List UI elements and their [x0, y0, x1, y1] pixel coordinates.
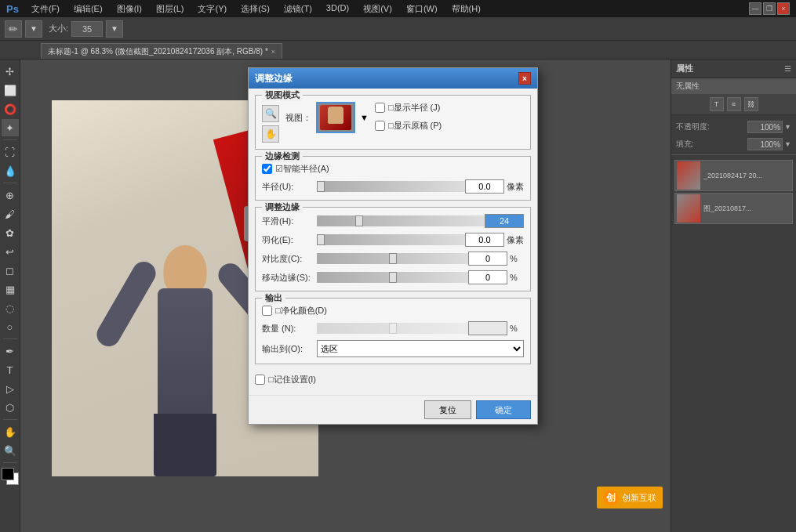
minimize-button[interactable]: —	[749, 2, 761, 15]
dialog-close-button[interactable]: ×	[518, 72, 531, 85]
separator-1	[3, 139, 17, 140]
smooth-slider[interactable]	[317, 215, 485, 226]
fill-dropdown-icon[interactable]: ▼	[784, 140, 791, 148]
eyedropper-tool[interactable]: 💧	[2, 162, 19, 179]
brush-tool[interactable]: 🖌	[2, 205, 19, 223]
dodge-tool[interactable]: ○	[2, 318, 19, 335]
document-tab[interactable]: 未标题-1 @ 68.3% (微信截图_20210824172036 副本, R…	[41, 43, 282, 59]
shift-edge-slider[interactable]	[317, 272, 468, 283]
reset-button[interactable]: 复位	[424, 400, 471, 419]
gradient-tool[interactable]: ▦	[2, 280, 19, 298]
menu-view[interactable]: 视图(V)	[360, 2, 395, 16]
healing-tool[interactable]: ⊕	[2, 186, 19, 204]
text-tool[interactable]: T	[2, 361, 19, 378]
thor-figure	[107, 163, 264, 476]
menu-window[interactable]: 窗口(W)	[403, 2, 441, 16]
move-tool[interactable]: ✢	[2, 63, 19, 80]
panel-sub-header: 无属性	[671, 78, 796, 94]
menu-text[interactable]: 文字(Y)	[194, 2, 230, 16]
layer-item-2[interactable]: 图_20210817...	[674, 193, 793, 224]
output-to-select[interactable]: 选区 图层蒙版 新建图层 新建带蒙版的图层	[317, 340, 524, 357]
view-preview-box[interactable]	[316, 102, 355, 133]
layer-thumb-2	[677, 194, 700, 223]
magic-wand-tool[interactable]: ✦	[2, 119, 19, 136]
purify-color-checkbox[interactable]	[262, 306, 272, 316]
menu-filter[interactable]: 滤镜(T)	[281, 2, 315, 16]
radius-input[interactable]: 0.0	[465, 179, 504, 194]
panel-thumbnails: _2021082417 20... 图_20210817...	[671, 157, 796, 227]
show-radius-row: □显示半径 (J)	[375, 102, 442, 114]
tab-close-btn[interactable]: ×	[271, 48, 275, 56]
layer-item-1[interactable]: _2021082417 20...	[674, 160, 793, 191]
zoom-view-btn[interactable]: 🔍	[262, 105, 279, 122]
fill-input[interactable]	[747, 138, 783, 150]
contrast-slider[interactable]	[317, 253, 468, 264]
menu-3d[interactable]: 3D(D)	[323, 2, 352, 16]
zoom-tool[interactable]: 🔍	[2, 442, 19, 459]
smart-radius-checkbox[interactable]	[262, 164, 272, 174]
purify-color-row: □净化颜色(D)	[262, 305, 524, 317]
opacity-dropdown-icon[interactable]: ▼	[784, 123, 791, 131]
opacity-label: 不透明度:	[676, 121, 710, 132]
opacity-input[interactable]	[747, 121, 783, 133]
radius-label: 半径(U):	[262, 181, 317, 193]
feather-input[interactable]: 0.0	[465, 233, 504, 247]
show-original-checkbox[interactable]	[375, 121, 385, 131]
shift-edge-input[interactable]: 0	[468, 270, 507, 284]
hand-view-btn[interactable]: ✋	[262, 125, 279, 143]
remember-checkbox[interactable]	[255, 375, 265, 385]
adjust-edge-title: 调整边缘	[262, 201, 303, 213]
amount-unit: %	[510, 324, 524, 333]
close-button[interactable]: ×	[777, 2, 790, 15]
blur-tool[interactable]: ◌	[2, 299, 19, 317]
menu-file[interactable]: 文件(F)	[28, 2, 63, 16]
menu-select[interactable]: 选择(S)	[238, 2, 273, 16]
separator-4	[3, 419, 17, 420]
marquee-tool[interactable]: ⬜	[2, 81, 19, 99]
path-select-tool[interactable]: ▷	[2, 380, 19, 397]
menu-help[interactable]: 帮助(H)	[449, 2, 484, 16]
history-brush-tool[interactable]: ↩	[2, 243, 19, 260]
clone-stamp-tool[interactable]: ✿	[2, 224, 19, 241]
remember-label: □记住设置(I)	[268, 374, 316, 385]
panel-icon-t[interactable]: T	[710, 97, 724, 111]
crop-tool[interactable]: ⛶	[2, 143, 19, 161]
feather-slider[interactable]	[317, 234, 465, 245]
lasso-tool[interactable]: ⭕	[2, 100, 19, 118]
radius-slider[interactable]	[317, 181, 465, 192]
title-bar: Ps 文件(F) 编辑(E) 图像(I) 图层(L) 文字(Y) 选择(S) 滤…	[0, 0, 796, 17]
brush-tool-btn[interactable]: ✏	[5, 20, 22, 38]
adjust-edge-dialog: 调整边缘 × 视图模式 🔍 ✋ 视图：	[248, 67, 538, 425]
size-input[interactable]	[71, 21, 103, 37]
contrast-input[interactable]: 0	[468, 252, 507, 266]
tool-option-btn[interactable]: ▼	[25, 20, 42, 38]
show-radius-label: □显示半径 (J)	[388, 102, 441, 114]
hand-tool[interactable]: ✋	[2, 423, 19, 440]
fill-label: 填充:	[676, 139, 694, 150]
menu-layer[interactable]: 图层(L)	[153, 2, 187, 16]
confirm-button[interactable]: 确定	[476, 400, 531, 419]
restore-button[interactable]: ❐	[763, 2, 776, 15]
pen-tool[interactable]: ✒	[2, 342, 19, 360]
color-swatches	[2, 468, 19, 485]
output-to-row: 输出到(O): 选区 图层蒙版 新建图层 新建带蒙版的图层	[262, 340, 524, 357]
view-dropdown-btn[interactable]: ▼	[360, 113, 369, 122]
panel-icon-align[interactable]: ≡	[727, 97, 741, 111]
size-dropdown-btn[interactable]: ▼	[106, 20, 123, 38]
menu-image[interactable]: 图像(I)	[114, 2, 145, 16]
view-mode-title: 视图模式	[262, 89, 303, 101]
contrast-label: 对比度(C):	[262, 253, 317, 265]
foreground-color-swatch[interactable]	[2, 468, 14, 480]
panel-menu-button[interactable]: ☰	[784, 64, 791, 73]
view-label: 视图：	[285, 112, 311, 124]
separator-5	[3, 462, 17, 463]
smooth-input[interactable]: 24	[485, 214, 524, 228]
menu-edit[interactable]: 编辑(E)	[71, 2, 106, 16]
shift-edge-slider-container: 0 %	[317, 270, 524, 284]
separator-2	[3, 183, 17, 183]
eraser-tool[interactable]: ◻	[2, 262, 19, 279]
panel-icon-link[interactable]: ⛓	[744, 97, 758, 111]
show-radius-checkbox[interactable]	[375, 103, 385, 113]
legs-element	[154, 414, 216, 476]
shape-tool[interactable]: ⬡	[2, 399, 19, 416]
